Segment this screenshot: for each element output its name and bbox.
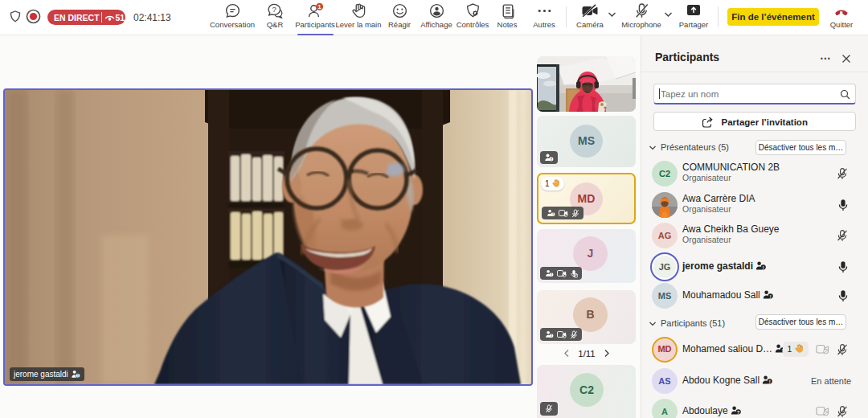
svg-text:!: ! — [77, 373, 79, 378]
svg-text:!: ! — [770, 294, 772, 299]
svg-text:1: 1 — [317, 3, 321, 10]
svg-text:?: ? — [272, 5, 276, 14]
svg-text:!: ! — [551, 333, 552, 338]
svg-text:!: ! — [769, 379, 771, 384]
svg-text:!: ! — [552, 211, 554, 216]
svg-text:?: ? — [737, 410, 740, 415]
svg-text:!: ! — [551, 272, 552, 277]
svg-text:!: ! — [763, 264, 764, 269]
svg-text:!: ! — [551, 157, 552, 162]
